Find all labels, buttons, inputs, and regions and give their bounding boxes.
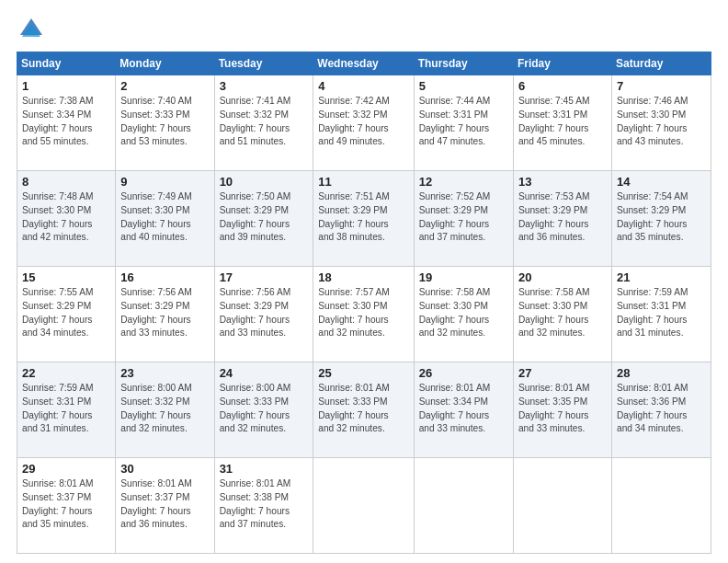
day-info: Sunrise: 8:01 AM Sunset: 3:36 PM Dayligh… [617,382,706,436]
calendar-cell: 19Sunrise: 7:58 AM Sunset: 3:30 PM Dayli… [414,267,513,362]
calendar-table: SundayMondayTuesdayWednesdayThursdayFrid… [17,52,711,554]
calendar-cell [414,458,513,554]
day-number: 21 [617,270,706,284]
day-number: 29 [22,462,110,476]
calendar-cell: 26Sunrise: 8:01 AM Sunset: 3:34 PM Dayli… [414,362,513,458]
calendar-cell: 8Sunrise: 7:48 AM Sunset: 3:30 PM Daylig… [17,171,116,267]
day-number: 6 [518,79,607,93]
day-number: 20 [518,270,607,284]
day-number: 22 [22,366,110,380]
calendar-cell: 18Sunrise: 7:57 AM Sunset: 3:30 PM Dayli… [313,267,414,362]
day-info: Sunrise: 8:01 AM Sunset: 3:35 PM Dayligh… [518,382,607,436]
weekday-header-friday: Friday [513,52,611,75]
calendar-cell: 7Sunrise: 7:46 AM Sunset: 3:30 PM Daylig… [611,75,711,171]
calendar-week-row: 8Sunrise: 7:48 AM Sunset: 3:30 PM Daylig… [17,171,711,267]
weekday-header-row: SundayMondayTuesdayWednesdayThursdayFrid… [17,52,711,75]
day-number: 12 [419,175,508,189]
day-info: Sunrise: 7:55 AM Sunset: 3:29 PM Dayligh… [22,286,110,340]
weekday-header-sunday: Sunday [17,52,116,75]
day-info: Sunrise: 7:58 AM Sunset: 3:30 PM Dayligh… [518,286,607,340]
day-info: Sunrise: 7:41 AM Sunset: 3:32 PM Dayligh… [220,95,309,149]
day-number: 17 [220,270,309,284]
day-info: Sunrise: 7:45 AM Sunset: 3:31 PM Dayligh… [518,95,607,149]
day-info: Sunrise: 7:53 AM Sunset: 3:29 PM Dayligh… [518,190,607,245]
day-number: 7 [617,79,706,93]
day-info: Sunrise: 7:56 AM Sunset: 3:29 PM Dayligh… [220,286,309,340]
day-info: Sunrise: 7:54 AM Sunset: 3:29 PM Dayligh… [617,190,706,245]
calendar-cell: 15Sunrise: 7:55 AM Sunset: 3:29 PM Dayli… [17,267,116,362]
day-info: Sunrise: 7:58 AM Sunset: 3:30 PM Dayligh… [419,286,508,340]
calendar-cell: 31Sunrise: 8:01 AM Sunset: 3:38 PM Dayli… [214,458,313,554]
day-info: Sunrise: 7:56 AM Sunset: 3:29 PM Dayligh… [120,286,209,340]
weekday-header-wednesday: Wednesday [313,52,414,75]
day-number: 14 [617,175,706,189]
calendar-cell: 14Sunrise: 7:54 AM Sunset: 3:29 PM Dayli… [611,171,711,267]
day-number: 9 [120,175,209,189]
day-number: 30 [120,462,209,476]
calendar-cell: 30Sunrise: 8:01 AM Sunset: 3:37 PM Dayli… [116,458,214,554]
day-info: Sunrise: 7:44 AM Sunset: 3:31 PM Dayligh… [419,95,508,149]
day-info: Sunrise: 8:01 AM Sunset: 3:33 PM Dayligh… [318,382,408,436]
day-number: 31 [220,462,309,476]
day-number: 5 [419,79,508,93]
calendar-cell: 25Sunrise: 8:01 AM Sunset: 3:33 PM Dayli… [313,362,414,458]
calendar-cell: 16Sunrise: 7:56 AM Sunset: 3:29 PM Dayli… [116,267,214,362]
day-number: 27 [518,366,607,380]
calendar-header: SundayMondayTuesdayWednesdayThursdayFrid… [17,52,711,75]
calendar-cell [513,458,611,554]
day-number: 2 [120,79,209,93]
day-number: 10 [220,175,309,189]
calendar-cell [611,458,711,554]
day-number: 1 [22,79,110,93]
calendar-week-row: 22Sunrise: 7:59 AM Sunset: 3:31 PM Dayli… [17,362,711,458]
weekday-header-tuesday: Tuesday [214,52,313,75]
calendar-cell: 4Sunrise: 7:42 AM Sunset: 3:32 PM Daylig… [313,75,414,171]
calendar-cell: 20Sunrise: 7:58 AM Sunset: 3:30 PM Dayli… [513,267,611,362]
header [17,17,711,42]
day-info: Sunrise: 7:46 AM Sunset: 3:30 PM Dayligh… [617,95,706,149]
calendar-cell: 24Sunrise: 8:00 AM Sunset: 3:33 PM Dayli… [214,362,313,458]
weekday-header-monday: Monday [116,52,214,75]
calendar-week-row: 29Sunrise: 8:01 AM Sunset: 3:37 PM Dayli… [17,458,711,554]
calendar-cell: 27Sunrise: 8:01 AM Sunset: 3:35 PM Dayli… [513,362,611,458]
day-number: 15 [22,270,110,284]
calendar-cell: 3Sunrise: 7:41 AM Sunset: 3:32 PM Daylig… [214,75,313,171]
day-info: Sunrise: 7:38 AM Sunset: 3:34 PM Dayligh… [22,95,110,149]
day-info: Sunrise: 8:01 AM Sunset: 3:37 PM Dayligh… [22,477,110,532]
calendar-cell: 22Sunrise: 7:59 AM Sunset: 3:31 PM Dayli… [17,362,116,458]
day-number: 3 [220,79,309,93]
calendar-cell: 9Sunrise: 7:49 AM Sunset: 3:30 PM Daylig… [116,171,214,267]
logo [17,17,44,42]
day-number: 25 [318,366,408,380]
day-info: Sunrise: 7:59 AM Sunset: 3:31 PM Dayligh… [22,382,110,436]
calendar-body: 1Sunrise: 7:38 AM Sunset: 3:34 PM Daylig… [17,75,711,554]
calendar-cell: 23Sunrise: 8:00 AM Sunset: 3:32 PM Dayli… [116,362,214,458]
day-number: 23 [120,366,209,380]
calendar-cell: 21Sunrise: 7:59 AM Sunset: 3:31 PM Dayli… [611,267,711,362]
day-info: Sunrise: 7:48 AM Sunset: 3:30 PM Dayligh… [22,190,110,245]
day-info: Sunrise: 8:01 AM Sunset: 3:37 PM Dayligh… [120,477,209,532]
day-info: Sunrise: 8:00 AM Sunset: 3:33 PM Dayligh… [220,382,309,436]
day-number: 16 [120,270,209,284]
calendar-cell: 10Sunrise: 7:50 AM Sunset: 3:29 PM Dayli… [214,171,313,267]
calendar-week-row: 1Sunrise: 7:38 AM Sunset: 3:34 PM Daylig… [17,75,711,171]
page: SundayMondayTuesdayWednesdayThursdayFrid… [0,0,728,563]
day-info: Sunrise: 7:42 AM Sunset: 3:32 PM Dayligh… [318,95,408,149]
calendar-cell [313,458,414,554]
day-number: 19 [419,270,508,284]
calendar-cell: 1Sunrise: 7:38 AM Sunset: 3:34 PM Daylig… [17,75,116,171]
day-number: 11 [318,175,408,189]
calendar-cell: 2Sunrise: 7:40 AM Sunset: 3:33 PM Daylig… [116,75,214,171]
calendar-cell: 28Sunrise: 8:01 AM Sunset: 3:36 PM Dayli… [611,362,711,458]
day-info: Sunrise: 7:51 AM Sunset: 3:29 PM Dayligh… [318,190,408,245]
day-number: 4 [318,79,408,93]
day-info: Sunrise: 7:52 AM Sunset: 3:29 PM Dayligh… [419,190,508,245]
weekday-header-saturday: Saturday [611,52,711,75]
logo-icon [18,17,44,42]
day-info: Sunrise: 7:50 AM Sunset: 3:29 PM Dayligh… [220,190,309,245]
day-info: Sunrise: 8:01 AM Sunset: 3:38 PM Dayligh… [220,477,309,532]
day-info: Sunrise: 8:01 AM Sunset: 3:34 PM Dayligh… [419,382,508,436]
day-info: Sunrise: 7:57 AM Sunset: 3:30 PM Dayligh… [318,286,408,340]
day-number: 26 [419,366,508,380]
day-number: 13 [518,175,607,189]
